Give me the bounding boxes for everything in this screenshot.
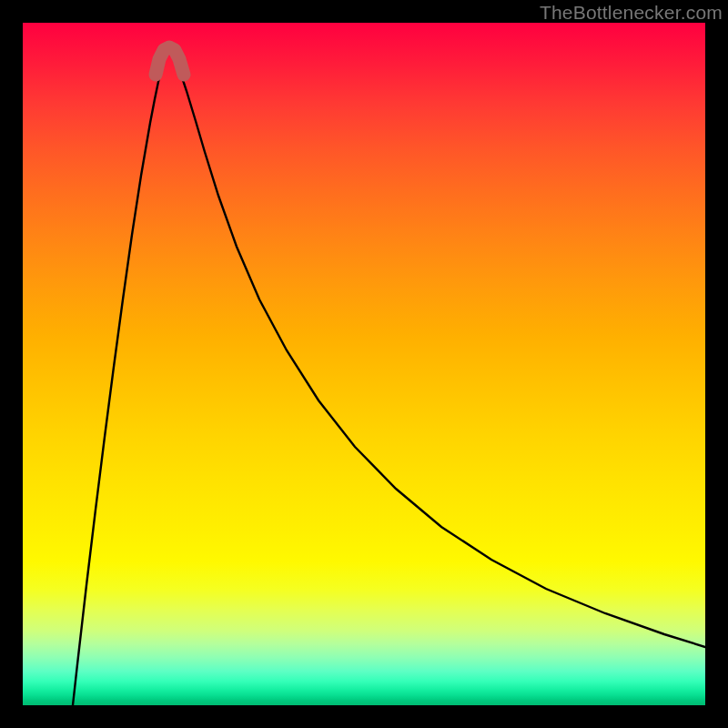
plot-area <box>23 23 705 705</box>
chart-frame: TheBottlenecker.com <box>0 0 728 728</box>
left-curve-path <box>73 66 162 705</box>
watermark-text: TheBottlenecker.com <box>540 2 723 24</box>
valley-marker-path <box>156 47 184 75</box>
right-curve-path <box>177 66 705 647</box>
curve-svg <box>23 23 705 705</box>
